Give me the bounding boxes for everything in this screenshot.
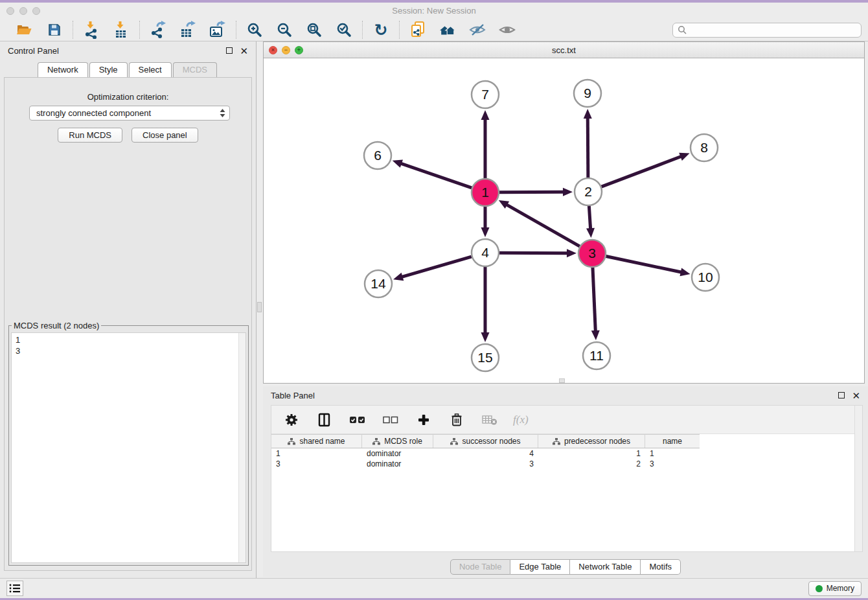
graph-node-label: 3 [588, 246, 596, 260]
cell-name[interactable]: 3 [645, 459, 700, 468]
graph-edge-3-1[interactable] [505, 204, 580, 246]
network-view-window: × − + scc.txt 1234678910111415 [263, 41, 865, 384]
graph-node-label: 14 [371, 276, 386, 291]
search-input[interactable] [690, 25, 856, 34]
delete-row-icon[interactable] [447, 410, 466, 430]
cell-name[interactable]: 1 [645, 449, 700, 458]
criterion-select[interactable]: strongly connected component [29, 106, 230, 121]
graph-node-label: 7 [481, 87, 489, 102]
close-table-panel-icon[interactable]: ✕ [852, 391, 860, 400]
graph-edge-arrow [591, 330, 600, 340]
cell-successor-nodes[interactable]: 3 [433, 459, 538, 468]
graph-edge-arrow [481, 227, 490, 237]
save-session-icon[interactable] [45, 20, 64, 40]
column-header-shared-name[interactable]: shared name [271, 435, 362, 448]
table-scrollbar[interactable] [854, 406, 862, 551]
graph-edge-arrow [586, 228, 595, 238]
mcds-result-scrollbar[interactable] [238, 333, 246, 562]
table-toolbar: f(x) [271, 406, 862, 434]
column-tree-icon [553, 438, 560, 445]
column-header-name[interactable]: name [645, 435, 700, 448]
zoom-out-icon[interactable] [275, 20, 294, 40]
graph-edge-2-9[interactable] [588, 117, 588, 178]
float-table-panel-icon[interactable] [838, 392, 845, 398]
first-neighbors-icon[interactable] [438, 20, 457, 40]
close-panel-icon[interactable]: ✕ [240, 46, 248, 56]
tab-network[interactable]: Network [38, 62, 88, 77]
graph-edge-2-8[interactable] [602, 156, 683, 187]
clone-network-icon[interactable] [408, 20, 428, 40]
graph-edge-4-3[interactable] [499, 253, 569, 253]
tab-network-table[interactable]: Network Table [570, 559, 641, 575]
tab-select[interactable]: Select [129, 62, 172, 77]
task-history-button[interactable] [6, 581, 23, 596]
network-window-titlebar[interactable]: × − + scc.txt [264, 42, 864, 58]
panel-splitter-handle[interactable] [257, 302, 262, 312]
select-all-icon[interactable] [348, 410, 367, 430]
canvas-scroll-handle[interactable] [559, 378, 565, 383]
memory-status-icon [816, 585, 823, 592]
graph-edge-4-14[interactable] [401, 257, 472, 277]
run-mcds-button[interactable]: Run MCDS [58, 128, 122, 143]
column-layout-icon[interactable] [315, 410, 334, 430]
hide-selected-icon[interactable] [468, 20, 487, 40]
status-bar: Memory [0, 578, 868, 598]
graph-edge-3-11[interactable] [593, 268, 595, 332]
column-label: successor nodes [462, 437, 520, 446]
graph-node-label: 4 [481, 245, 489, 260]
mcds-result-text: 1 3 [12, 333, 238, 562]
import-network-icon[interactable] [82, 20, 101, 40]
column-header-successor-nodes[interactable]: successor nodes [433, 435, 538, 448]
graph-edge-arrow [584, 109, 592, 119]
graph-edge-arrow [393, 273, 404, 281]
mcds-result-title: MCDS result (2 nodes) [12, 321, 101, 330]
cell-predecessor-nodes[interactable]: 1 [538, 449, 645, 458]
table-row[interactable]: 3 dominator 3 2 3 [271, 459, 700, 469]
graph-edge-3-10[interactable] [606, 257, 683, 273]
show-hidden-icon[interactable] [497, 20, 517, 40]
cell-mcds-role[interactable]: dominator [362, 449, 433, 458]
add-row-icon[interactable] [414, 410, 433, 430]
column-tree-icon [288, 438, 295, 445]
export-table-icon[interactable] [178, 20, 198, 40]
export-network-icon[interactable] [148, 20, 168, 40]
cell-mcds-role[interactable]: dominator [362, 459, 433, 468]
tab-edge-table[interactable]: Edge Table [510, 559, 570, 575]
tab-style[interactable]: Style [89, 62, 128, 77]
graph-edge-arrow [393, 160, 403, 168]
zoom-fit-icon[interactable] [304, 20, 324, 40]
zoom-selected-icon[interactable] [334, 20, 354, 40]
import-table-icon[interactable] [111, 20, 131, 40]
graph-edge-1-6[interactable] [400, 163, 472, 188]
memory-button[interactable]: Memory [808, 581, 862, 596]
cell-shared-name[interactable]: 1 [271, 449, 362, 458]
gear-icon[interactable] [282, 410, 301, 430]
control-panel: Control Panel ✕ Network Style Select MCD… [0, 41, 257, 578]
graph-node-label: 6 [374, 148, 382, 163]
zoom-in-icon[interactable] [245, 20, 264, 40]
graph-edge-2-3[interactable] [589, 206, 590, 230]
column-header-mcds-role[interactable]: MCDS role [362, 435, 433, 448]
deselect-all-icon[interactable] [381, 410, 400, 430]
graph-edge-1-2[interactable] [499, 192, 565, 192]
open-session-icon[interactable] [15, 20, 34, 40]
refresh-layout-icon[interactable]: ↻ [371, 20, 391, 40]
network-canvas[interactable]: 1234678910111415 [264, 58, 864, 383]
table-row[interactable]: 1 dominator 4 1 1 [271, 448, 700, 459]
graph-node-label: 9 [584, 86, 591, 100]
close-panel-button[interactable]: Close panel [131, 128, 198, 143]
tab-node-table[interactable]: Node Table [450, 559, 511, 575]
titlebar: Session: New Session [0, 3, 868, 19]
tab-motifs[interactable]: Motifs [641, 559, 681, 575]
cell-successor-nodes[interactable]: 4 [433, 449, 538, 458]
column-header-predecessor-nodes[interactable]: predecessor nodes [538, 435, 645, 448]
search-box[interactable] [672, 23, 862, 38]
column-tree-icon [450, 438, 458, 445]
cell-shared-name[interactable]: 3 [271, 459, 362, 468]
graph-node-label: 15 [477, 350, 492, 365]
float-panel-icon[interactable] [226, 47, 233, 54]
main-toolbar: ↻ [0, 19, 868, 41]
tab-mcds[interactable]: MCDS [173, 62, 217, 77]
cell-predecessor-nodes[interactable]: 2 [538, 459, 645, 468]
export-image-icon[interactable] [208, 20, 227, 40]
